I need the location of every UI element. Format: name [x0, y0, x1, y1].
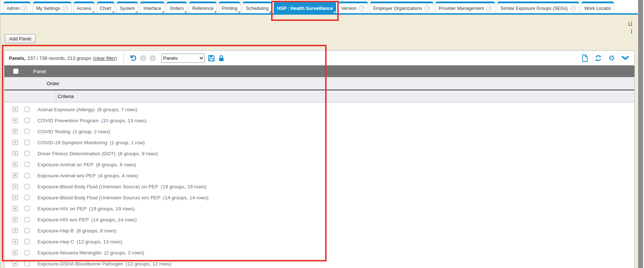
open-external-icon[interactable]: ↗ — [486, 6, 492, 11]
lock-icon[interactable] — [218, 55, 224, 62]
next-record-icon[interactable]: › — [150, 55, 156, 61]
select-all-checkbox[interactable] — [13, 69, 18, 74]
panel-name[interactable]: Exposure-Hep B — [37, 228, 74, 233]
row-checkbox[interactable] — [25, 162, 30, 167]
row-checkbox[interactable] — [25, 206, 30, 211]
clear-filter-link[interactable]: (clear filter) — [93, 55, 117, 61]
row-checkbox[interactable] — [25, 195, 30, 200]
expand-icon[interactable]: + — [12, 239, 18, 244]
collapse-chevron-icon[interactable] — [621, 55, 629, 61]
table-row[interactable]: + COVID-19 Symptom Monitoring (1 group, … — [4, 137, 634, 148]
row-checkbox[interactable] — [25, 184, 30, 189]
table-row[interactable]: + Exposure-HIV w/o PEP (14 groups, 14 ro… — [4, 214, 634, 225]
panel-name[interactable]: Exposure-OSHA Bloodborne Pathogen — [37, 261, 123, 267]
expand-icon[interactable]: + — [12, 129, 18, 134]
expand-icon[interactable]: + — [12, 140, 18, 145]
expand-icon[interactable]: + — [12, 151, 18, 156]
panel-name[interactable]: COVID-19 Symptom Monitoring — [37, 140, 107, 145]
expand-icon[interactable]: + — [12, 184, 18, 189]
table-row[interactable]: + COVID Testing (1 group, 2 rows) — [4, 126, 634, 137]
add-panel-button[interactable]: Add Panel — [5, 34, 36, 43]
expand-icon[interactable]: + — [12, 250, 18, 255]
scrollbar-thumb[interactable] — [638, 0, 643, 268]
panel-name[interactable]: Driver Fitness Determination (DOT) — [37, 151, 115, 156]
table-row[interactable]: + Exposure-Blood Body Fluid (Unknown Sou… — [4, 192, 634, 203]
tab-admin[interactable]: Admin ↗ — [3, 1, 31, 14]
tab-access[interactable]: Access ↗ — [73, 1, 95, 14]
row-checkbox[interactable] — [25, 173, 30, 178]
table-row[interactable]: + Animal Exposure (Allergy) (6 groups, 7… — [4, 104, 634, 115]
panel-name[interactable]: Exposure-Animal on PEP — [37, 162, 93, 167]
table-row[interactable]: + Exposure-OSHA Bloodborne Pathogen (12 … — [4, 258, 634, 268]
tab-orders[interactable]: Orders ↗ — [166, 1, 187, 14]
table-row[interactable]: + COVID Prevention Program (10 groups, 1… — [4, 115, 634, 126]
row-checkbox[interactable] — [25, 261, 30, 266]
new-document-icon[interactable] — [582, 54, 588, 62]
tab-work-locations[interactable]: Work Locatio ↗ — [581, 1, 615, 14]
table-row[interactable]: + Exposure-Blood Body Fluid (Unknown Sou… — [4, 181, 634, 192]
panel-name[interactable]: Exposure-Blood Body Fluid (Unknown Sourc… — [37, 184, 158, 189]
panel-name[interactable]: Exposure-Animal w/o PEP — [37, 173, 96, 178]
row-checkbox[interactable] — [25, 118, 30, 123]
header-link[interactable] — [631, 21, 632, 26]
row-checkbox[interactable] — [25, 107, 30, 112]
expand-icon[interactable]: + — [12, 173, 18, 178]
row-checkbox[interactable] — [25, 250, 30, 255]
expand-icon[interactable]: + — [12, 261, 18, 266]
table-row[interactable]: + Exposure-Animal on PEP (6 groups, 6 ro… — [4, 159, 634, 170]
table-row[interactable]: + Exposure-HIV on PEP (19 groups, 19 row… — [4, 203, 634, 214]
tab-printing[interactable]: Printing ↗ — [219, 1, 241, 14]
expand-icon[interactable]: + — [12, 228, 18, 233]
undo-icon[interactable] — [129, 54, 137, 62]
tab-interface[interactable]: Interface ↗ — [140, 1, 165, 14]
header-link[interactable] — [629, 21, 631, 26]
tab-hsp-health-surveillance[interactable]: HSP : Health Surveillance ↗ — [274, 1, 336, 14]
prev-record-icon[interactable]: ‹ — [140, 55, 146, 61]
tab-version[interactable]: Version ↗ — [338, 1, 368, 14]
row-checkbox[interactable] — [25, 217, 30, 222]
open-external-icon[interactable]: ↗ — [359, 6, 365, 11]
expand-icon[interactable]: + — [12, 206, 18, 211]
panel-name[interactable]: Exposure-HIV on PEP — [37, 206, 87, 211]
expand-icon[interactable]: + — [12, 195, 18, 200]
tab-reference[interactable]: Reference ↗ — [189, 1, 217, 14]
tab-scheduling[interactable]: Scheduling ↗ — [242, 1, 272, 14]
gear-icon[interactable]: ⚙ — [608, 54, 615, 62]
table-row[interactable]: + Driver Fitness Determination (DOT) (8 … — [4, 148, 634, 159]
panel-name[interactable]: Exposure-Hep C — [37, 239, 74, 245]
open-external-icon[interactable]: ↗ — [62, 6, 68, 11]
open-external-icon[interactable]: ↗ — [570, 6, 576, 11]
expand-icon[interactable]: + — [12, 107, 18, 112]
table-row[interactable]: + Exposure-Hep B (8 groups, 8 rows) — [4, 225, 634, 236]
header-link[interactable] — [631, 28, 632, 34]
panel-name[interactable]: Exposure-Nisseria Meningitis — [37, 250, 102, 256]
panel-name[interactable]: COVID Testing — [37, 129, 70, 134]
tab-my-settings[interactable]: My Settings ↗ — [33, 1, 71, 14]
row-checkbox[interactable] — [25, 239, 30, 244]
panel-name[interactable]: Animal Exposure (Allergy) — [37, 107, 95, 112]
view-select[interactable]: Panels — [161, 54, 205, 63]
table-row[interactable]: + Exposure-Animal w/o PEP (4 groups, 4 r… — [4, 170, 634, 181]
tab-dropdown-corner-icon — [214, 11, 216, 13]
row-checkbox[interactable] — [25, 228, 30, 233]
row-checkbox[interactable] — [25, 151, 30, 156]
tab-similar-exposure-groups[interactable]: Similar Exposure Groups (SEGs) ↗ — [497, 1, 579, 14]
save-icon[interactable] — [208, 55, 215, 62]
panel-name[interactable]: Exposure-Blood Body Fluid (Unknown Sourc… — [37, 195, 161, 200]
row-checkbox[interactable] — [25, 129, 30, 134]
panel-name[interactable]: COVID Prevention Program — [37, 118, 99, 123]
expand-icon[interactable]: + — [12, 118, 18, 123]
tab-system[interactable]: System ↗ — [116, 1, 138, 14]
expand-icon[interactable]: + — [12, 162, 18, 167]
refresh-icon[interactable] — [594, 54, 602, 62]
table-row[interactable]: + Exposure-Nisseria Meningitis (2 groups… — [4, 247, 634, 258]
expand-icon[interactable]: + — [12, 217, 18, 222]
open-external-icon[interactable]: ↗ — [424, 6, 430, 11]
open-external-icon[interactable]: ↗ — [22, 6, 28, 11]
tab-chart[interactable]: Chart ↗ — [97, 1, 115, 14]
table-row[interactable]: + Exposure-Hep C (12 groups, 13 rows) — [4, 236, 634, 247]
row-checkbox[interactable] — [25, 140, 30, 145]
tab-provider-management[interactable]: Provider Management ↗ — [435, 1, 495, 14]
panel-name[interactable]: Exposure-HIV w/o PEP — [37, 217, 89, 222]
tab-employer-organizations[interactable]: Employer Organizations ↗ — [370, 1, 433, 14]
